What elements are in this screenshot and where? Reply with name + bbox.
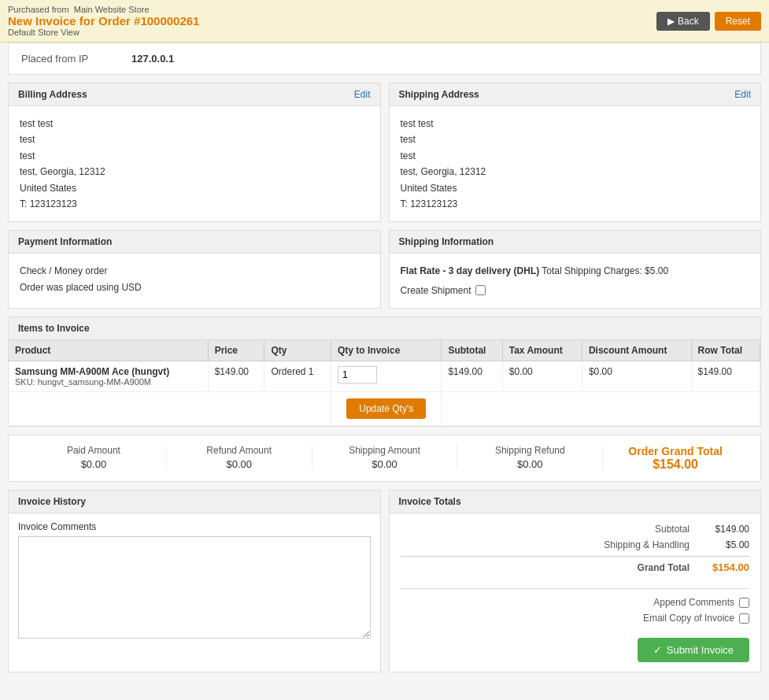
page-content: Placed from IP 127.0.0.1 Billing Address…	[0, 43, 769, 680]
product-sku: SKU: hungvt_samsung-MM-A900M	[15, 377, 201, 387]
payment-info-body: Check / Money order Order was placed usi…	[9, 254, 380, 305]
billing-address-edit[interactable]: Edit	[354, 89, 371, 100]
shipping-value: $5.00	[702, 539, 749, 550]
back-icon: ▶	[667, 16, 675, 27]
col-discount: Discount Amount	[582, 340, 691, 361]
grand-total-col: Order Grand Total $154.00	[603, 445, 748, 472]
paid-amount-col: Paid Amount $0.00	[21, 445, 167, 470]
back-button[interactable]: ▶ Back	[656, 12, 710, 31]
payment-info-title: Payment Information	[18, 236, 112, 247]
shipping-line1: test test	[401, 116, 750, 131]
reset-button[interactable]: Reset	[715, 12, 761, 31]
payment-info-box: Payment Information Check / Money order …	[8, 230, 381, 309]
col-product: Product	[9, 340, 208, 361]
purchased-from-label: Purchased from Main Website Store	[8, 5, 199, 14]
create-shipment-row: Create Shipment	[401, 283, 750, 298]
append-comments-row: Append Comments	[390, 594, 761, 611]
col-tax: Tax Amount	[502, 340, 582, 361]
qty-cell: Ordered 1	[264, 361, 331, 392]
submit-invoice-label: Submit Invoice	[667, 644, 734, 656]
row-total-cell: $149.00	[691, 361, 760, 392]
create-shipment-checkbox[interactable]	[475, 285, 486, 295]
page-title: New Invoice for Order #100000261	[8, 14, 199, 28]
grand-total-row: Grand Total $154.00	[401, 556, 750, 576]
invoice-history-header: Invoice History	[9, 491, 380, 513]
invoice-comments-section: Invoice Comments	[9, 513, 380, 650]
refund-amount-value: $0.00	[175, 458, 304, 470]
email-copy-checkbox[interactable]	[739, 613, 749, 624]
discount-cell: $0.00	[582, 361, 691, 392]
shipping-line3: test	[401, 148, 750, 164]
invoice-totals-box: Invoice Totals Subtotal $149.00 Shipping…	[389, 490, 762, 672]
billing-line2: test	[20, 131, 369, 147]
append-comments-checkbox[interactable]	[739, 598, 749, 608]
shipping-address-header: Shipping Address Edit	[390, 83, 761, 106]
submit-invoice-button[interactable]: ✓ Submit Invoice	[638, 638, 749, 662]
product-cell: Samsung MM-A900M Ace (hungvt) SKU: hungv…	[9, 361, 208, 392]
items-table: Product Price Qty Qty to Invoice Subtota…	[9, 340, 760, 426]
grand-total-label: Order Grand Total	[611, 445, 740, 457]
items-to-invoice-header: Items to Invoice	[9, 317, 760, 340]
invoice-comments-textarea[interactable]	[18, 536, 371, 639]
col-price: Price	[208, 340, 264, 361]
payment-method: Check / Money order	[20, 263, 369, 279]
top-bar: Purchased from Main Website Store New In…	[0, 0, 769, 43]
totals-divider	[401, 588, 750, 589]
ip-label: Placed from IP	[21, 53, 131, 65]
shipping-line2: test	[401, 131, 750, 147]
update-qty-cell: Update Qty's	[331, 392, 442, 426]
col-qty-invoice: Qty to Invoice	[331, 340, 442, 361]
col-row-total: Row Total	[691, 340, 760, 361]
store-view-label: Default Store View	[8, 28, 199, 37]
shipping-info-title: Shipping Information	[399, 236, 494, 247]
subtotal-cell: $149.00	[442, 361, 502, 392]
email-copy-label: Email Copy of Invoice	[643, 613, 734, 624]
submit-invoice-icon: ✓	[653, 644, 662, 656]
refund-amount-label: Refund Amount	[175, 445, 304, 456]
payment-currency: Order was placed using USD	[20, 280, 369, 295]
shipping-row: Shipping & Handling $5.00	[401, 537, 750, 553]
invoice-history-title: Invoice History	[18, 496, 86, 507]
shipping-amount-value: $0.00	[320, 458, 449, 470]
top-bar-actions: ▶ Back Reset	[656, 12, 761, 31]
ip-row: Placed from IP 127.0.0.1	[8, 43, 761, 75]
items-to-invoice-section: Items to Invoice Product Price Qty Qty t…	[8, 317, 761, 427]
qty-to-invoice-input[interactable]	[338, 366, 377, 383]
subtotal-value: $149.00	[702, 524, 749, 535]
shipping-refund-label: Shipping Refund	[465, 445, 594, 456]
price-cell: $149.00	[208, 361, 264, 392]
shipping-label: Shipping & Handling	[564, 539, 690, 550]
billing-address-box: Billing Address Edit test test test test…	[8, 83, 381, 222]
shipping-amount-col: Shipping Amount $0.00	[312, 445, 458, 470]
billing-phone: T: 123123123	[20, 196, 369, 212]
invoice-comments-label: Invoice Comments	[9, 513, 380, 532]
shipping-refund-col: Shipping Refund $0.00	[457, 445, 603, 470]
subtotal-label: Subtotal	[564, 524, 690, 535]
address-section: Billing Address Edit test test test test…	[8, 83, 761, 222]
update-qty-button[interactable]: Update Qty's	[346, 398, 426, 419]
qty-to-invoice-cell	[331, 361, 442, 392]
billing-address-body: test test test test test, Georgia, 12312…	[9, 106, 380, 221]
billing-line3: test	[20, 148, 369, 164]
append-comments-label: Append Comments	[653, 597, 734, 608]
shipping-info-header: Shipping Information	[390, 231, 761, 254]
billing-address-header: Billing Address Edit	[9, 83, 380, 106]
create-shipment-label: Create Shipment	[401, 283, 471, 298]
order-totals-summary: Paid Amount $0.00 Refund Amount $0.00 Sh…	[8, 435, 761, 482]
grand-total-value-totals: $154.00	[702, 561, 749, 573]
invoice-totals-title: Invoice Totals	[399, 496, 461, 507]
shipping-charges: Total Shipping Charges: $5.00	[542, 265, 668, 276]
email-copy-row: Email Copy of Invoice	[390, 611, 761, 631]
shipping-address-body: test test test test test, Georgia, 12312…	[390, 106, 761, 221]
shipping-refund-value: $0.00	[465, 458, 594, 470]
payment-shipping-section: Payment Information Check / Money order …	[8, 230, 761, 309]
shipping-address-edit[interactable]: Edit	[734, 89, 751, 100]
shipping-phone: T: 123123123	[401, 196, 750, 212]
col-qty: Qty	[264, 340, 331, 361]
table-header-row: Product Price Qty Qty to Invoice Subtota…	[9, 340, 760, 361]
paid-amount-label: Paid Amount	[29, 445, 158, 456]
billing-line4: test, Georgia, 12312	[20, 164, 369, 180]
submit-invoice-row: ✓ Submit Invoice	[390, 631, 761, 672]
paid-amount-value: $0.00	[29, 458, 158, 470]
refund-amount-col: Refund Amount $0.00	[167, 445, 312, 470]
